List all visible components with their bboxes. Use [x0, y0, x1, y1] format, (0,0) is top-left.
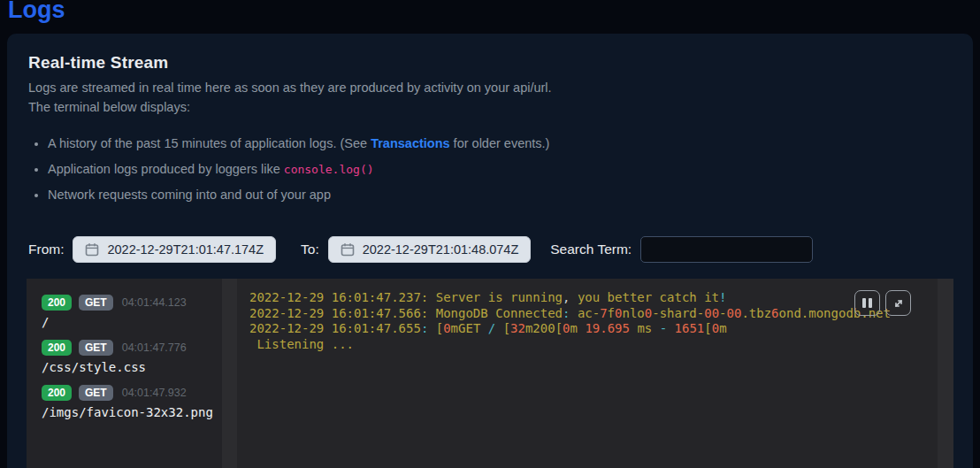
expand-terminal-button[interactable]	[885, 290, 911, 316]
request-list: 200GET04:01:44.123/200GET04:01:47.776/cs…	[27, 279, 222, 468]
status-badge: 200	[42, 385, 72, 401]
request-path: /css/style.css	[42, 360, 222, 374]
method-badge: GET	[79, 340, 113, 356]
feature-list: A history of the past 15 minutes of appl…	[28, 136, 549, 213]
calendar-icon	[341, 242, 355, 257]
console-log-code: console.log()	[284, 163, 374, 176]
status-badge: 200	[42, 295, 72, 311]
description-line-2: The terminal below displays:	[28, 97, 552, 117]
from-label: From:	[28, 242, 64, 257]
expand-icon	[892, 297, 905, 310]
from-datetime-input[interactable]: 2022-12-29T21:01:47.174Z	[73, 236, 276, 263]
bullet-history-text: A history of the past 15 minutes of appl…	[48, 136, 371, 150]
terminal-controls	[854, 290, 911, 316]
method-badge: GET	[79, 295, 113, 311]
request-timestamp: 04:01:47.776	[122, 341, 187, 354]
request-entry[interactable]: 200GET04:01:47.932/imgs/favicon-32x32.pn…	[42, 384, 222, 419]
request-timestamp: 04:01:47.932	[122, 387, 187, 399]
request-list-scrollbar[interactable]	[222, 279, 237, 468]
request-entry[interactable]: 200GET04:01:44.123/	[42, 294, 222, 329]
filter-controls: From: 2022-12-29T21:01:47.174Z To: 2022-…	[28, 235, 952, 264]
terminal: 2022-12-29 16:01:47.237: Server is runni…	[237, 279, 938, 468]
terminal-output: 2022-12-29 16:01:47.237: Server is runni…	[249, 290, 938, 352]
bullet-app-logs: Application logs produced by loggers lik…	[48, 162, 549, 176]
terminal-line: 2022-12-29 16:01:47.566: MongoDB Connect…	[249, 306, 938, 322]
description-line-1: Logs are streamed in real time here as s…	[28, 78, 552, 97]
panel-title: Real-time Stream	[28, 53, 168, 73]
status-badge: 200	[42, 340, 72, 356]
terminal-line: Listening ...	[249, 337, 938, 353]
bullet-history: A history of the past 15 minutes of appl…	[48, 136, 549, 150]
page-title: Logs	[8, 0, 65, 24]
request-entry[interactable]: 200GET04:01:47.776/css/style.css	[42, 339, 222, 374]
to-datetime-value: 2022-12-29T21:01:48.074Z	[363, 242, 519, 257]
transactions-link[interactable]: Transactions	[371, 136, 449, 150]
method-badge: GET	[79, 385, 113, 401]
calendar-icon	[85, 242, 99, 257]
log-viewer: 200GET04:01:44.123/200GET04:01:47.776/cs…	[27, 279, 953, 468]
request-timestamp: 04:01:44.123	[122, 296, 187, 309]
bullet-network: Network requests coming into and out of …	[48, 188, 549, 202]
request-path: /	[42, 315, 222, 329]
terminal-line: 2022-12-29 16:01:47.237: Server is runni…	[249, 290, 938, 306]
search-term-input[interactable]	[640, 236, 813, 263]
bullet-history-text-end: for older events.)	[450, 136, 550, 150]
bullet-network-text: Network requests coming into and out of …	[48, 188, 331, 202]
panel-description: Logs are streamed in real time here as s…	[28, 78, 552, 117]
pause-stream-button[interactable]	[854, 290, 880, 316]
realtime-stream-panel: Real-time Stream Logs are streamed in re…	[7, 34, 973, 468]
from-datetime-value: 2022-12-29T21:01:47.174Z	[107, 242, 264, 257]
terminal-line: 2022-12-29 16:01:47.655: [0mGET / [32m20…	[249, 321, 938, 337]
bullet-app-logs-text: Application logs produced by loggers lik…	[48, 162, 284, 176]
pause-icon	[862, 298, 872, 308]
to-datetime-input[interactable]: 2022-12-29T21:01:48.074Z	[328, 236, 532, 263]
terminal-scrollbar[interactable]	[938, 279, 953, 468]
request-path: /imgs/favicon-32x32.png	[42, 405, 222, 419]
to-label: To:	[301, 242, 319, 257]
search-term-label: Search Term:	[550, 242, 632, 257]
